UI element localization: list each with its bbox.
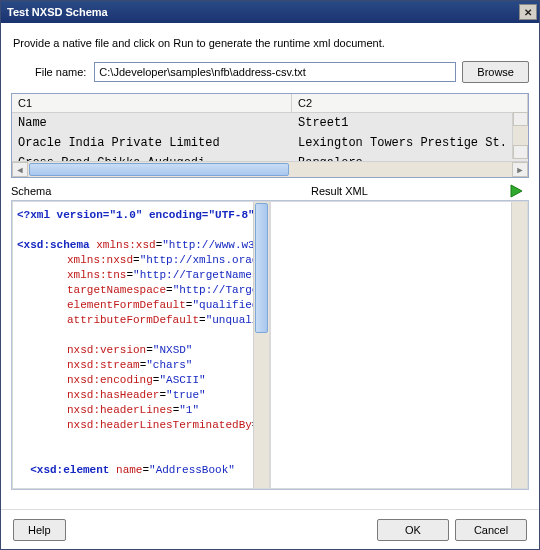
table-row: Oracle India Private Limited Lexington T…: [12, 133, 528, 153]
window-title: Test NXSD Schema: [7, 6, 108, 18]
svg-marker-0: [511, 185, 522, 197]
result-pane-scrollbar[interactable]: [511, 202, 527, 488]
table-row: Name Street1: [12, 113, 528, 133]
scroll-left-icon[interactable]: ◄: [12, 162, 28, 177]
result-label: Result XML: [311, 185, 368, 197]
result-pane: [270, 201, 528, 489]
help-button[interactable]: Help: [13, 519, 66, 541]
grid-horizontal-scrollbar[interactable]: ◄ ►: [12, 161, 528, 177]
ok-button[interactable]: OK: [377, 519, 449, 541]
browse-button[interactable]: Browse: [462, 61, 529, 83]
cancel-button[interactable]: Cancel: [455, 519, 527, 541]
preview-grid: C1 C2 Name Street1 Oracle India Private …: [11, 93, 529, 178]
titlebar: Test NXSD Schema ✕: [1, 1, 539, 23]
schema-label: Schema: [11, 185, 311, 197]
grid-vertical-scrollbar[interactable]: [512, 112, 528, 159]
file-name-label: File name:: [35, 66, 86, 78]
column-header-c2[interactable]: C2: [292, 94, 528, 113]
column-header-c1[interactable]: C1: [12, 94, 292, 113]
run-icon[interactable]: [509, 184, 523, 198]
close-icon[interactable]: ✕: [519, 4, 537, 20]
file-name-input[interactable]: [94, 62, 456, 82]
schema-pane-scrollbar[interactable]: [253, 202, 269, 488]
schema-pane: <?xml version="1.0" encoding="UTF-8" ?> …: [12, 201, 270, 489]
scroll-right-icon[interactable]: ►: [512, 162, 528, 177]
instruction-text: Provide a native file and click on Run t…: [13, 37, 529, 49]
